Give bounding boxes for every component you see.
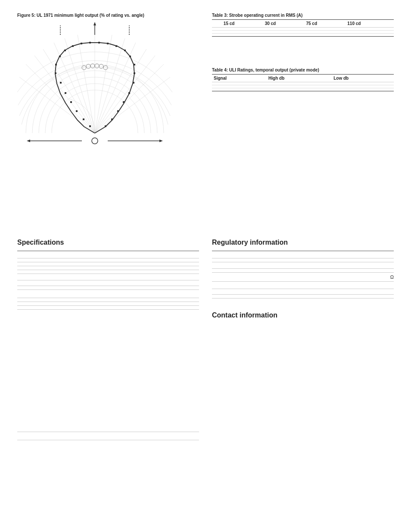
table-row bbox=[212, 31, 394, 34]
svg-rect-29 bbox=[134, 72, 135, 74]
regulatory-divider-top bbox=[212, 251, 394, 251]
spec-row bbox=[17, 262, 199, 266]
svg-rect-18 bbox=[59, 56, 61, 57]
reg-row bbox=[212, 258, 394, 262]
spec-row bbox=[17, 282, 199, 286]
spec-row bbox=[17, 258, 199, 262]
svg-rect-30 bbox=[133, 82, 134, 84]
svg-rect-34 bbox=[111, 118, 113, 120]
spec-row bbox=[17, 302, 199, 306]
svg-rect-33 bbox=[117, 110, 119, 112]
svg-rect-31 bbox=[128, 92, 130, 94]
svg-rect-40 bbox=[83, 118, 84, 120]
table4-title: Table 4: ULI Ratings, temporal output (p… bbox=[212, 68, 394, 72]
table3-col-4: 110 cd bbox=[346, 20, 394, 28]
svg-rect-21 bbox=[81, 43, 82, 44]
svg-rect-25 bbox=[115, 45, 117, 47]
table-row bbox=[212, 34, 394, 37]
reg-row bbox=[212, 269, 394, 273]
table4-col-2: Low db bbox=[332, 75, 394, 82]
spec-row bbox=[17, 266, 199, 270]
svg-rect-19 bbox=[64, 50, 66, 51]
table3-col-2: 30 cd bbox=[263, 20, 305, 28]
svg-rect-24 bbox=[107, 43, 109, 44]
specs-section-2 bbox=[17, 415, 199, 519]
contact-heading: Contact information bbox=[212, 311, 394, 319]
reg-row bbox=[212, 291, 394, 295]
svg-rect-27 bbox=[129, 56, 131, 57]
spec-row bbox=[17, 298, 199, 302]
spec-row bbox=[17, 286, 199, 290]
figure-section: Figure 5: UL 1971 minimum light output (… bbox=[17, 13, 199, 234]
table4: Signal High db Low db bbox=[212, 74, 394, 91]
table-row bbox=[212, 88, 394, 91]
omega-symbol: Ω bbox=[390, 274, 394, 280]
reg-row bbox=[212, 295, 394, 299]
spec-row bbox=[17, 270, 199, 274]
svg-rect-20 bbox=[72, 45, 74, 47]
table3-title: Table 3: Strobe operating current in RMS… bbox=[212, 13, 394, 18]
regulatory-section: Regulatory information Ω Contact informa… bbox=[212, 234, 394, 415]
specs-divider-mid bbox=[17, 280, 199, 280]
reg-row bbox=[212, 265, 394, 269]
table3: 15 cd 30 cd 75 cd 110 cd bbox=[212, 19, 394, 37]
spec-row bbox=[17, 428, 199, 432]
specs-section: Specifications bbox=[17, 234, 199, 415]
spec-row bbox=[17, 436, 199, 440]
figure-caption: Figure 5: UL 1971 minimum light output (… bbox=[17, 13, 199, 18]
reg-row bbox=[212, 255, 394, 258]
polar-diagram bbox=[17, 21, 172, 146]
svg-rect-32 bbox=[123, 101, 125, 103]
table-row bbox=[212, 85, 394, 88]
svg-rect-23 bbox=[98, 42, 100, 44]
svg-rect-35 bbox=[105, 125, 106, 127]
table-row bbox=[212, 28, 394, 31]
svg-rect-28 bbox=[134, 64, 135, 65]
table-row bbox=[212, 82, 394, 85]
table4-col-1: High db bbox=[267, 75, 332, 82]
table3-col-0 bbox=[212, 20, 222, 28]
reg-row bbox=[212, 285, 394, 289]
spec-row bbox=[17, 306, 199, 310]
svg-rect-26 bbox=[124, 50, 126, 51]
spec-row bbox=[17, 294, 199, 298]
regulatory-heading: Regulatory information bbox=[212, 239, 394, 246]
svg-rect-37 bbox=[65, 92, 66, 94]
table4-col-0: Signal bbox=[212, 75, 267, 82]
table3-col-3: 75 cd bbox=[304, 20, 346, 28]
svg-rect-39 bbox=[76, 110, 78, 112]
table3-col-1: 15 cd bbox=[222, 20, 263, 28]
spec-row bbox=[17, 255, 199, 258]
svg-rect-36 bbox=[60, 82, 62, 84]
reg-row: Ω bbox=[212, 273, 394, 282]
svg-rect-38 bbox=[70, 101, 72, 103]
svg-rect-41 bbox=[89, 125, 91, 127]
tables-section: Table 3: Strobe operating current in RMS… bbox=[212, 13, 394, 234]
specs-heading: Specifications bbox=[17, 239, 199, 246]
svg-rect-17 bbox=[55, 64, 57, 65]
svg-rect-22 bbox=[89, 42, 91, 44]
svg-rect-16 bbox=[55, 72, 56, 74]
specs-divider-top bbox=[17, 251, 199, 251]
